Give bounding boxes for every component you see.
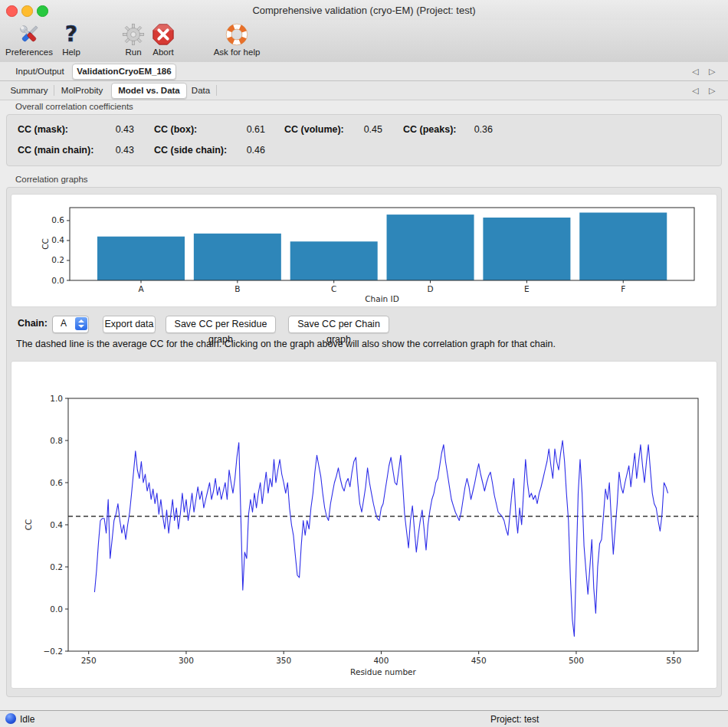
- sub-tab-bar: Summary MolProbity Model vs. Data Data ◁…: [0, 81, 728, 100]
- svg-text:0.4: 0.4: [50, 520, 63, 529]
- svg-text:CC: CC: [41, 238, 50, 250]
- svg-text:Chain ID: Chain ID: [365, 294, 399, 303]
- chain-select-value: A: [53, 318, 74, 329]
- correlation-graphs-panel: 0.00.20.40.6ABCDEFChain IDCC Chain: A Ex…: [6, 187, 722, 697]
- svg-text:0.4: 0.4: [51, 235, 64, 244]
- cc-box-value: 0.61: [231, 123, 265, 136]
- life-ring-icon: [224, 21, 250, 47]
- toolbar-item-label: Run: [120, 47, 147, 57]
- correlation-graphs-group-title: Correlation graphs: [15, 175, 88, 184]
- tab-data[interactable]: Data: [187, 81, 215, 100]
- help-button[interactable]: ? Help: [57, 21, 85, 57]
- svg-text:?: ?: [65, 21, 77, 47]
- dashed-line-note: The dashed line is the average CC for th…: [16, 339, 713, 349]
- cc-mask-label: CC (mask):: [18, 123, 68, 136]
- svg-text:E: E: [524, 284, 530, 293]
- cc-main-chain-value: 0.43: [97, 144, 134, 156]
- cc-side-chain-label: CC (side chain):: [154, 144, 227, 156]
- svg-text:−0.2: −0.2: [44, 647, 64, 656]
- toolbar-item-label: Help: [57, 47, 85, 57]
- svg-text:A: A: [138, 284, 144, 293]
- svg-text:1.0: 1.0: [50, 394, 63, 403]
- svg-text:350: 350: [276, 656, 291, 665]
- tab-separator: [216, 85, 217, 96]
- tools-icon: [16, 21, 42, 47]
- cc-per-residue-line-chart: 250300350400450500550−0.20.00.20.40.60.8…: [11, 362, 717, 688]
- svg-text:250: 250: [81, 656, 97, 665]
- tab-molprobity[interactable]: MolProbity: [55, 81, 109, 100]
- save-cc-per-chain-graph-button[interactable]: Save CC per Chain graph: [288, 316, 389, 333]
- chain-label: Chain:: [18, 318, 48, 329]
- gear-icon: [120, 21, 146, 47]
- app-window: Comprehensive validation (cryo-EM) (Proj…: [0, 0, 728, 727]
- cc-volume-label: CC (volume):: [284, 123, 344, 136]
- overall-cc-panel: CC (mask): 0.43 CC (box): 0.61 CC (volum…: [6, 114, 722, 166]
- svg-text:0.2: 0.2: [50, 562, 63, 571]
- tab-scroll-left-icon[interactable]: ◁: [692, 84, 698, 97]
- ask-for-help-button[interactable]: Ask for help: [212, 21, 262, 57]
- cc-per-chain-bar-chart[interactable]: 0.00.20.40.6ABCDEFChain IDCC: [11, 195, 717, 306]
- question-mark-icon: ?: [58, 21, 84, 47]
- export-data-button[interactable]: Export data: [103, 316, 156, 333]
- main-tab-bar: Input/Output ValidationCryoEM_186 ◁ ▷: [0, 62, 728, 81]
- chain-select[interactable]: A: [52, 316, 89, 333]
- svg-text:F: F: [621, 284, 625, 293]
- toolbar-item-label: Ask for help: [212, 47, 262, 57]
- tab-scroll-right-icon[interactable]: ▷: [709, 65, 715, 77]
- svg-text:450: 450: [471, 656, 487, 665]
- toolbar-item-label: Abort: [148, 47, 179, 57]
- svg-text:550: 550: [666, 656, 681, 665]
- svg-text:B: B: [234, 284, 240, 293]
- cc-side-chain-value: 0.46: [231, 144, 265, 156]
- cc-mask-value: 0.43: [97, 123, 134, 136]
- preferences-button[interactable]: Preferences: [0, 21, 58, 57]
- svg-text:D: D: [428, 284, 434, 293]
- status-text: Idle: [20, 714, 34, 725]
- svg-text:CC: CC: [24, 519, 33, 531]
- window-title: Comprehensive validation (cryo-EM) (Proj…: [0, 5, 728, 16]
- cc-box-label: CC (box):: [154, 123, 197, 136]
- project-label: Project: test: [490, 714, 539, 725]
- title-bar: Comprehensive validation (cryo-EM) (Proj…: [0, 0, 728, 20]
- tab-separator: [54, 85, 54, 96]
- svg-text:300: 300: [179, 656, 194, 665]
- tab-model-vs-data[interactable]: Model vs. Data: [111, 83, 187, 99]
- cc-peaks-value: 0.36: [455, 123, 493, 136]
- svg-text:500: 500: [569, 656, 584, 665]
- svg-text:0.0: 0.0: [50, 604, 63, 614]
- tab-input-output[interactable]: Input/Output: [9, 62, 71, 80]
- svg-text:0.8: 0.8: [50, 436, 63, 445]
- stepper-arrows-icon: [75, 317, 87, 330]
- svg-text:400: 400: [373, 656, 389, 665]
- svg-text:0.6: 0.6: [51, 215, 64, 224]
- svg-text:0.2: 0.2: [51, 255, 64, 264]
- svg-text:0.0: 0.0: [51, 276, 64, 285]
- save-cc-per-residue-graph-button[interactable]: Save CC per Residue graph: [166, 316, 276, 333]
- svg-text:0.6: 0.6: [50, 478, 63, 487]
- tab-validationcryoem-186[interactable]: ValidationCryoEM_186: [72, 64, 176, 80]
- cc-volume-value: 0.45: [346, 123, 382, 136]
- cc-peaks-label: CC (peaks):: [403, 123, 456, 136]
- cc-per-chain-chart[interactable]: 0.00.20.40.6ABCDEFChain IDCC: [11, 194, 717, 307]
- tab-scroll-right-icon[interactable]: ▷: [709, 84, 715, 97]
- toolbar-item-label: Preferences: [0, 47, 58, 57]
- stop-x-icon: [150, 21, 176, 47]
- toolbar: Preferences ? Help: [0, 20, 728, 63]
- abort-button[interactable]: Abort: [148, 21, 179, 57]
- run-button[interactable]: Run: [120, 21, 147, 57]
- svg-text:Residue number: Residue number: [350, 667, 416, 676]
- overall-cc-group-title: Overall correlation coefficients: [15, 102, 133, 111]
- cc-main-chain-label: CC (main chain):: [18, 144, 93, 156]
- status-indicator-icon: [5, 713, 16, 724]
- status-bar: Idle Project: test: [0, 710, 728, 727]
- cc-per-residue-chart: 250300350400450500550−0.20.00.20.40.60.8…: [11, 361, 717, 689]
- tab-summary[interactable]: Summary: [6, 81, 52, 100]
- svg-text:C: C: [331, 284, 336, 293]
- tab-scroll-left-icon[interactable]: ◁: [692, 65, 698, 77]
